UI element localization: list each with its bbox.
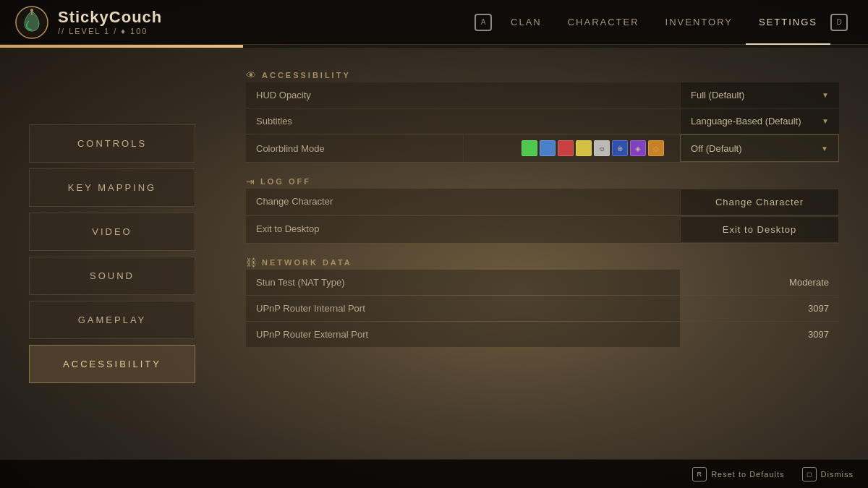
colorblind-arrow: ▼ (821, 145, 828, 153)
upnp-external-value: 3097 (680, 322, 839, 347)
stun-test-label: Stun Test (NAT Type) (246, 270, 680, 295)
dismiss-action[interactable]: ◻ Dismiss (802, 467, 854, 481)
hud-opacity-row: HUD Opacity Full (Default) ▼ (246, 82, 839, 108)
player-level: // LEVEL 1 / ♦ 100 (58, 27, 162, 35)
colorblind-row: Colorblind Mode ☺ ⊕ ◈ ◇ Off (Default) ▼ (246, 134, 839, 163)
reset-key: R (692, 467, 707, 481)
swatch-green[interactable] (522, 140, 537, 156)
logo-icon (14, 5, 49, 40)
exit-desktop-button[interactable]: Exit to Desktop (680, 216, 839, 243)
main-content: 👁 ACCESSIBILITY HUD Opacity Full (Defaul… (224, 48, 868, 459)
sidebar-item-controls[interactable]: CONTROLS (29, 124, 195, 163)
stun-test-value: Moderate (680, 270, 839, 295)
network-icon: ⛓ (246, 257, 256, 268)
accessibility-section-header: 👁 ACCESSIBILITY (246, 69, 839, 81)
subtitles-label: Subtitles (246, 108, 680, 134)
sidebar: CONTROLS KEY MAPPING VIDEO SOUND GAMEPLA… (0, 48, 224, 459)
nav-inventory[interactable]: INVENTORY (652, 0, 746, 45)
subtitles-row: Subtitles Language-Based (Default) ▼ (246, 108, 839, 134)
subtitles-arrow: ▼ (822, 117, 829, 125)
nav-right-controller: D (830, 14, 848, 31)
colorblind-value: Off (Default) (691, 143, 742, 154)
colorblind-swatches-container: ☺ ⊕ ◈ ◇ (463, 134, 681, 162)
swatch-blue[interactable] (540, 140, 556, 156)
player-name: StickyCouch (58, 9, 162, 26)
subtitles-dropdown[interactable]: Language-Based (Default) ▼ (680, 108, 839, 134)
colorblind-dropdown[interactable]: Off (Default) ▼ (680, 134, 839, 162)
sidebar-item-sound[interactable]: SOUND (29, 257, 195, 295)
logo-section: StickyCouch // LEVEL 1 / ♦ 100 (0, 5, 231, 40)
nav-left-controller: A (475, 14, 492, 31)
logoff-section-header: ⇥ LOG OFF (246, 176, 839, 187)
nav-character[interactable]: CHARACTER (555, 0, 652, 45)
sidebar-item-video[interactable]: VIDEO (29, 213, 195, 251)
network-section-title: NETWORK DATA (262, 258, 352, 267)
network-section-header: ⛓ NETWORK DATA (246, 257, 839, 268)
subtitles-value: Language-Based (Default) (691, 116, 801, 127)
reset-label: Reset to Defaults (711, 470, 784, 479)
exit-desktop-label: Exit to Desktop (246, 216, 680, 243)
upnp-internal-label: UPnP Router Internal Port (246, 296, 680, 321)
hud-opacity-value: Full (Default) (691, 90, 744, 100)
nav-settings[interactable]: SETTINGS (746, 0, 830, 45)
dismiss-label: Dismiss (821, 470, 854, 479)
upnp-external-row: UPnP Router External Port 3097 (246, 322, 839, 347)
hud-opacity-label: HUD Opacity (246, 82, 680, 108)
swatch-red[interactable] (558, 140, 574, 156)
nav-clan[interactable]: CLAN (498, 0, 555, 45)
logo-text: StickyCouch // LEVEL 1 / ♦ 100 (58, 9, 162, 35)
accessibility-section-title: ACCESSIBILITY (262, 71, 351, 80)
nav-items: A CLAN CHARACTER INVENTORY SETTINGS D (475, 0, 868, 45)
change-character-label: Change Character (246, 189, 680, 215)
change-character-button[interactable]: Change Character (680, 189, 839, 215)
swatch-icon-2[interactable]: ⊕ (612, 140, 628, 156)
logoff-section-title: LOG OFF (260, 177, 311, 186)
swatch-yellow[interactable] (576, 140, 592, 156)
accessibility-icon: 👁 (246, 69, 256, 81)
swatch-icon-1[interactable]: ☺ (594, 140, 610, 156)
hud-opacity-arrow: ▼ (822, 91, 829, 99)
svg-point-1 (30, 9, 33, 12)
swatch-icon-4[interactable]: ◇ (648, 140, 664, 156)
upnp-internal-value: 3097 (680, 296, 839, 321)
upnp-internal-row: UPnP Router Internal Port 3097 (246, 296, 839, 322)
reset-defaults-action[interactable]: R Reset to Defaults (692, 467, 784, 481)
stun-test-row: Stun Test (NAT Type) Moderate (246, 270, 839, 296)
hud-opacity-dropdown[interactable]: Full (Default) ▼ (680, 82, 839, 108)
change-character-row: Change Character Change Character (246, 189, 839, 216)
top-navigation: StickyCouch // LEVEL 1 / ♦ 100 A CLAN CH… (0, 0, 868, 45)
logoff-icon: ⇥ (246, 176, 255, 187)
dismiss-key: ◻ (802, 467, 817, 481)
sidebar-item-key-mapping[interactable]: KEY MAPPING (29, 168, 195, 207)
swatch-icon-3[interactable]: ◈ (630, 140, 646, 156)
sidebar-item-gameplay[interactable]: GAMEPLAY (29, 301, 195, 339)
bottom-bar: R Reset to Defaults ◻ Dismiss (0, 459, 868, 488)
colorblind-label: Colorblind Mode (246, 134, 463, 162)
upnp-external-label: UPnP Router External Port (246, 322, 680, 347)
exit-desktop-row: Exit to Desktop Exit to Desktop (246, 216, 839, 244)
sidebar-item-accessibility[interactable]: ACCESSIBILITY (29, 345, 195, 383)
color-swatches: ☺ ⊕ ◈ ◇ (522, 140, 664, 156)
